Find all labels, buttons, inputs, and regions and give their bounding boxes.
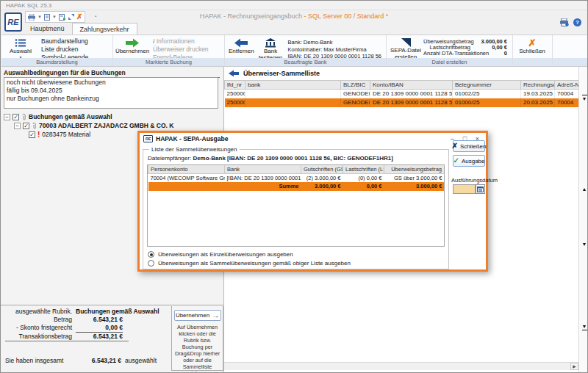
group-label: Beauftragte Bank [225,58,386,66]
tree-node-label: Buchungen gemäß Auswahl [29,113,112,120]
paperclip-icon [32,122,37,129]
bank-festlegen-button[interactable]: Bank festlegen [257,37,285,58]
nav-down-icon[interactable]: ▼ [579,242,588,247]
window-title-suffix: - SQL Server 00 / Standard * [302,12,388,20]
group-label: Baumdarstellung [1,58,112,66]
scroll-right-icon[interactable]: ▶ [570,363,578,370]
radio-label: Überweisungen als Sammelüberweisungen ge… [158,260,351,267]
radio-label: Überweisungen als Einzelüberweisungen au… [158,251,293,258]
tree-node-vendor[interactable]: − ✓ 70003 ADALBERT ZAJADACZ GMBH & CO. K [4,121,218,130]
col-belegnummer[interactable]: Belegnummer [453,81,521,90]
app-logo[interactable]: RE [4,12,22,32]
group-label: Datei erstellen [387,58,512,66]
exec-date-input[interactable] [453,184,476,194]
summary-label: ausgewählte Rubrik. [5,308,76,316]
recipient-line: Dateiempfänger: Demo-Bank [IBAN: DE 20 1… [148,155,393,162]
window-title: HAPAK - Rechnungseingangsbuch - SQL Serv… [1,12,587,20]
tree-node-label: 70003 ADALBERT ZAJADACZ GMBH & CO. K [39,122,173,129]
col-adress-nr[interactable]: Adreß-Nr. [555,81,579,90]
bank-info-line: Kontoinhaber: Max MusterFirma [288,46,381,54]
tree-checkbox[interactable]: ✓ [12,114,19,120]
table-row[interactable]: 2500005 GENODEF1H DE 20 1309 0000 0001 1… [225,90,579,98]
menu-item-baumdarstellung[interactable]: Baumdarstellung [41,38,88,45]
summary-value: 6.543,21 € [76,316,123,324]
tab-hauptmenu[interactable]: Hauptmenü [23,23,72,35]
dialog-header-row: Personenkonto Bank Gutschriften (GS) Las… [148,165,445,174]
sammelliste-title: Überweiser-Sammelliste [243,70,320,77]
table-row-selected[interactable]: 2500003 GENODEF1H DE 20 1309 0000 0001 1… [225,98,579,107]
titlebar-icons: ? [559,18,581,26]
uebernehmen-ribbon-button[interactable]: Übernehmen [115,37,150,58]
bank-icon [265,38,276,48]
bank-info: Bank: Demo-Bank Kontoinhaber: Max Muster… [285,37,384,58]
group-markierte-buchung: Übernehmen i Informationen Überweiser dr… [113,35,225,66]
radio-unselected-icon [148,260,154,267]
uebernehmen-box: Übernehmen → Auf Übernehmen klicken oder… [171,306,223,371]
tree-checkbox[interactable]: ✓ [29,131,35,138]
tree-expander-icon[interactable]: − [4,114,10,120]
sepa-datei-button[interactable]: SEPA-Datei erstellen [388,37,423,58]
dialog-table: Personenkonto Bank Gutschriften (GS) Las… [148,165,445,191]
col-lastschriften[interactable]: Lastschriften (LS) [343,165,384,174]
sammelueberweisungen-groupbox: Liste der Sammelüberweisungen Dateiempfä… [143,149,449,269]
conditions-box: noch nicht überwiesene Buchungen fällig … [4,77,218,109]
nav-first-icon[interactable]: ▼ [579,95,588,101]
col-konto-iban[interactable]: Konto/IBAN [370,81,453,90]
dialog-logo: RE [143,135,153,142]
uebernehmen-button[interactable]: Übernehmen → [174,310,221,321]
radio-einzelueberweisungen[interactable]: Überweisungen als Einzelüberweisungen au… [148,251,351,258]
condition-line: nur Buchungen ohne Bankeinzug [7,95,215,103]
condition-line: fällig bis 09.04.2025 [7,87,215,95]
ribbon-tabs: Hauptmenü Zahlungsverkehr [23,23,137,35]
col-lfd-nr[interactable]: lfd_nr [225,81,245,90]
tree-node-root[interactable]: − ✓ Buchungen gemäß Auswahl [4,112,218,121]
bank-info-line: Bank: Demo-Bank [288,39,381,46]
dialog-table-row[interactable]: 70004 (WECOMP Software GmbH) [IBAN: DE 2… [148,174,445,182]
table-header-row: lfd_nr bank BLZ/BIC Konto/IBAN Belegnumm… [225,81,579,90]
sammelliste-header: Überweiser-Sammelliste [229,70,320,77]
group-baumdarstellung: Auswahl ▼ Baumdarstellung Liste drucken … [1,35,113,66]
close-x-icon: ✗ [528,38,537,48]
condition-line: noch nicht überwiesene Buchungen [7,79,215,87]
radio-sammelueberweisungen[interactable]: Überweisungen als Sammelüberweisungen ge… [148,260,351,267]
exec-date-label: Ausführungsdatum [451,177,498,184]
menu-item-ueberweiser-drucken[interactable]: Überweiser drucken [153,46,209,53]
application-window: HAPAK SQL 25.3 RE ▼ ▼ ✗ ▪ HAPAK - Rechnu… [0,0,588,373]
col-rechnungsdatum[interactable]: Rechnungsdatum [521,81,555,90]
tab-zahlungsverkehr[interactable]: Zahlungsverkehr [72,23,137,35]
tree-expander-icon[interactable]: − [14,123,21,129]
arrow-left-blue-icon[interactable] [229,70,239,77]
col-bank[interactable]: bank [245,81,341,90]
help-icon[interactable]: ? [573,18,581,26]
total-row: Sie haben insgesamt 6.543,21 € ausgewähl… [5,357,157,364]
calendar-button[interactable] [476,184,485,194]
summary-label: Transaktionsbetrag [5,333,76,341]
selection-summary: ausgewählte Rubrik.Buchungen gemäß Auswa… [5,308,167,341]
sepa-triangle-icon [401,38,412,47]
groupbox-legend: Liste der Sammelüberweisungen [149,146,240,153]
auswahl-button[interactable]: Auswahl ▼ [3,37,38,58]
col-bank[interactable]: Bank [225,165,301,174]
sum-betrag: 3.000,00 € [384,182,445,191]
nav-up-icon[interactable]: ▲ [579,186,588,192]
horizontal-scrollbar[interactable]: ▶ [224,362,578,370]
menu-item-informationen[interactable]: i Informationen [153,38,209,45]
check-icon: ✓ [453,157,459,164]
nav-last-icon[interactable]: ▼ [579,324,588,330]
schliessen-ribbon-button[interactable]: ✗ Schließen [514,37,550,58]
menu-item-liste-drucken[interactable]: Liste drucken [41,46,88,53]
app-title: HAPAK SQL 25.3 [6,2,51,9]
close-x-icon: ✗ [452,142,458,150]
col-gutschriften[interactable]: Gutschriften (GS) [301,165,343,174]
print-settings-icon[interactable] [559,18,569,26]
uebernehmen-hint: Auf Übernehmen klicken oder die Rubrik b… [172,324,223,373]
col-blz-bic[interactable]: BLZ/BIC [341,81,370,90]
app-titlebar: HAPAK SQL 25.3 [1,1,587,10]
col-ueberweisungsbetrag[interactable]: Überweisungsbetrag [384,165,445,174]
dialog-ausgabe-button[interactable]: ✓ Ausgabe [453,155,485,167]
dialog-titlebar[interactable]: RE HAPAK - SEPA-Ausgabe – □ × [140,133,486,145]
tree-checkbox[interactable]: ✓ [23,123,29,129]
entfernen-button[interactable]: Entfernen [226,37,257,58]
col-personenkonto[interactable]: Personenkonto [148,165,225,174]
dialog-schliessen-button[interactable]: ✗ Schließen [453,140,485,152]
